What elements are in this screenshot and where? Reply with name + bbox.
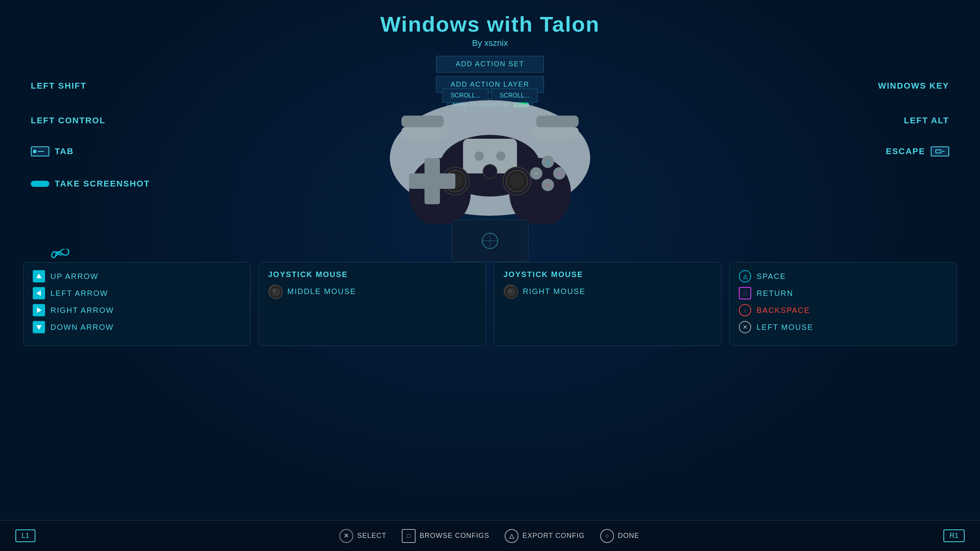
right-arrow-label: RIGHT ARROW xyxy=(50,306,114,315)
return-item: □ RETURN xyxy=(739,287,947,299)
space-item: △ SPACE xyxy=(739,270,947,282)
face-buttons-card: △ SPACE □ RETURN ○ BACKSPACE ✕ LEFT MOUS… xyxy=(729,262,957,346)
screenshot-area: TAKE SCREENSHOT xyxy=(31,179,150,189)
circle-button-icon: ○ xyxy=(600,529,614,543)
left-arrow-label: LEFT ARROW xyxy=(50,289,108,298)
down-arrow-label: DOWN ARROW xyxy=(50,323,114,332)
space-label: SPACE xyxy=(757,272,786,281)
right-mouse-label: RIGHT MOUSE xyxy=(523,287,586,296)
backspace-item: ○ BACKSPACE xyxy=(739,304,947,316)
svg-marker-31 xyxy=(36,274,42,278)
svg-text:○: ○ xyxy=(546,181,550,188)
down-arrow-item: DOWN ARROW xyxy=(33,321,241,333)
app-subtitle: By xsznix xyxy=(0,38,980,48)
take-screenshot-label: TAKE SCREENSHOT xyxy=(55,179,150,189)
add-action-set-button[interactable]: ADD ACTION SET xyxy=(436,56,544,72)
svg-marker-32 xyxy=(36,291,41,296)
left-alt-label: LEFT ALT xyxy=(904,116,949,126)
svg-rect-4 xyxy=(401,127,448,139)
down-arrow-icon xyxy=(33,321,45,333)
left-mouse-label: LEFT MOUSE xyxy=(757,323,813,332)
svg-rect-7 xyxy=(536,116,579,127)
svg-rect-5 xyxy=(401,116,444,127)
triangle-icon: △ xyxy=(739,270,751,282)
cross-icon: ✕ xyxy=(739,321,751,333)
square-button-icon: □ xyxy=(402,529,416,543)
left-arrow-icon xyxy=(33,287,45,299)
svg-point-37 xyxy=(273,289,276,292)
left-stick-card: JOYSTICK MOUSE MIDDLE MOUSE xyxy=(258,262,486,346)
circle-icon: ○ xyxy=(739,304,751,316)
right-joystick-icon xyxy=(503,284,517,298)
svg-rect-19 xyxy=(409,173,455,189)
right-mouse-item: RIGHT MOUSE xyxy=(503,284,712,298)
up-arrow-icon xyxy=(33,270,45,282)
r1-badge[interactable]: R1 xyxy=(943,529,965,542)
middle-mouse-item: MIDDLE MOUSE xyxy=(268,284,477,298)
svg-marker-34 xyxy=(36,325,42,330)
escape-label: ESCAPE xyxy=(886,146,925,156)
left-shift-label: LEFT SHIFT xyxy=(31,81,87,91)
right-stick-card: JOYSTICK MOUSE RIGHT MOUSE xyxy=(494,262,722,346)
windows-key-label: WINDOWS KEY xyxy=(878,81,949,91)
done-button[interactable]: ○ DONE xyxy=(600,529,639,543)
backspace-label: BACKSPACE xyxy=(757,306,810,315)
right-arrow-item: RIGHT ARROW xyxy=(33,304,241,316)
svg-text:✕: ✕ xyxy=(534,170,539,177)
browse-configs-button[interactable]: □ BROWSE CONFIGS xyxy=(402,529,489,543)
escape-area: ESCAPE xyxy=(886,146,949,156)
left-joystick-icon xyxy=(268,284,282,298)
cross-button-icon: ✕ xyxy=(339,529,353,543)
app-title: Windows with Talon xyxy=(0,12,980,37)
tab-button-icon xyxy=(31,146,49,156)
svg-point-39 xyxy=(507,287,516,297)
l1-badge[interactable]: L1 xyxy=(15,529,35,542)
touchpad-box[interactable] xyxy=(451,220,529,262)
right-stick-title: JOYSTICK MOUSE xyxy=(503,270,712,279)
tab-label: TAB xyxy=(55,146,74,156)
right-arrow-icon xyxy=(33,304,45,316)
touchpad-area[interactable] xyxy=(451,220,529,262)
cards-area: UP ARROW LEFT ARROW RIGHT ARROW DOWN ARR… xyxy=(23,262,957,346)
svg-point-17 xyxy=(510,174,524,188)
escape-icon xyxy=(931,146,949,156)
svg-point-9 xyxy=(475,151,484,161)
left-mouse-item: ✕ LEFT MOUSE xyxy=(739,321,947,333)
svg-marker-33 xyxy=(37,307,42,313)
dpad-card: UP ARROW LEFT ARROW RIGHT ARROW DOWN ARR… xyxy=(23,262,251,346)
touchpad-icon xyxy=(480,231,500,250)
left-control-label: LEFT CONTROL xyxy=(31,116,106,126)
return-label: RETURN xyxy=(757,289,793,298)
left-arrow-item: LEFT ARROW xyxy=(33,287,241,299)
bottom-bar: L1 ✕ SELECT □ BROWSE CONFIGS △ EXPORT CO… xyxy=(0,520,980,551)
svg-point-10 xyxy=(496,151,505,161)
svg-rect-6 xyxy=(532,127,579,139)
export-config-button[interactable]: △ EXPORT CONFIG xyxy=(505,529,584,543)
tab-area: TAB xyxy=(31,146,74,156)
left-stick-title: JOYSTICK MOUSE xyxy=(268,270,477,279)
controller-image: △ □ ○ ✕ xyxy=(378,77,602,225)
square-icon: □ xyxy=(739,287,751,299)
up-arrow-item: UP ARROW xyxy=(33,270,241,282)
triangle-button-icon: △ xyxy=(505,529,519,543)
screenshot-icon xyxy=(31,181,49,187)
svg-text:△: △ xyxy=(545,158,550,165)
bottom-center: ✕ SELECT □ BROWSE CONFIGS △ EXPORT CONFI… xyxy=(339,529,639,543)
svg-point-11 xyxy=(483,165,497,178)
svg-text:□: □ xyxy=(558,171,561,177)
up-arrow-label: UP ARROW xyxy=(50,272,99,281)
svg-point-36 xyxy=(271,287,280,297)
infinity-icon xyxy=(50,249,73,262)
select-button[interactable]: ✕ SELECT xyxy=(339,529,386,543)
svg-point-40 xyxy=(508,289,512,292)
middle-mouse-label: MIDDLE MOUSE xyxy=(287,287,356,296)
